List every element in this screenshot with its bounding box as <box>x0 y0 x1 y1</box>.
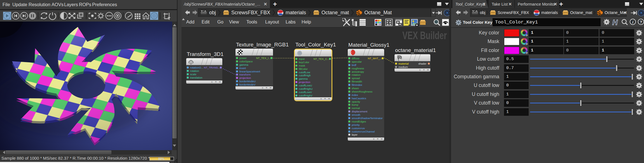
svg-text:?: ? <box>640 20 642 24</box>
